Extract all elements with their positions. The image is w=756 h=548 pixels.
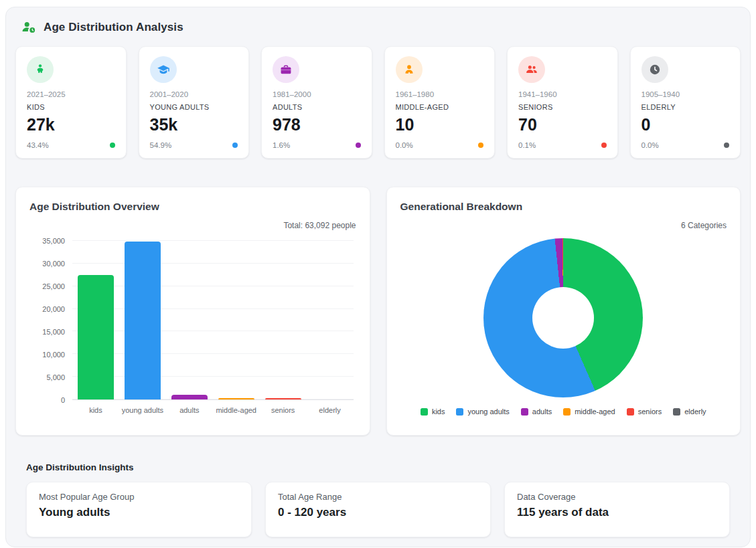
x-tick-label: seniors [260,406,307,414]
stat-percent: 43.4% [27,141,49,149]
y-tick-label: 30,000 [42,260,65,268]
insight-value: 0 - 120 years [278,506,478,519]
stat-percent: 1.6% [273,141,290,149]
bar-chart-card: Age Distribution Overview Total: 63,092 … [15,187,370,436]
stat-footer: 1.6% [273,141,361,149]
stat-value: 10 [396,116,484,133]
stat-color-dot [601,143,607,148]
person-icon [396,56,423,83]
stat-footer: 0.1% [518,141,607,149]
stat-percent: 0.0% [396,141,413,149]
insight-label: Data Coverage [517,492,717,502]
bar-chart-total: Total: 63,092 people [29,221,356,230]
bar-chart-title: Age Distribution Overview [29,201,356,213]
bars [72,241,354,399]
stat-range: 1981–2000 [273,90,361,98]
donut-categories-count: 6 Categories [400,221,727,230]
insight-value: Young adults [39,506,239,519]
insights-section: Age Distribution Insights Most Popular A… [15,462,741,537]
insight-card-most-popular-age-group: Most Popular Age GroupYoung adults [26,482,252,537]
insight-value: 115 years of data [517,506,717,519]
stat-card-adults: 1981–2000ADULTS9781.6% [261,46,372,159]
age-analysis-panel: Age Distribution Analysis 2021–2025KIDS2… [5,7,751,547]
x-axis-spacer [29,406,72,414]
bar-middle-aged[interactable] [218,398,254,399]
stat-card-middle-aged: 1961–1980MIDDLE-AGED100.0% [384,46,496,159]
bar-slot [119,241,166,399]
page-title: Age Distribution Analysis [44,21,183,34]
stat-footer: 0.0% [396,141,484,149]
legend-label: kids [432,407,445,416]
x-tick-label: elderly [307,406,354,414]
legend-label: middle-aged [575,407,615,416]
bar-kids[interactable] [78,275,114,399]
stat-value: 978 [273,116,361,133]
stat-percent: 0.1% [518,141,536,149]
bar-slot [213,241,260,399]
legend-item-young-adults[interactable]: young adults [456,407,509,416]
y-tick-label: 35,000 [42,237,65,245]
stat-card-elderly: 1905–1940ELDERLY00.0% [630,46,741,159]
legend-label: seniors [638,407,662,416]
donut-legend: kidsyoung adultsadultsmiddle-agedseniors… [400,407,727,416]
bar-slot [307,241,354,399]
insight-card-data-coverage: Data Coverage115 years of data [504,482,730,537]
stat-label: YOUNG ADULTS [150,103,238,111]
y-tick-label: 10,000 [42,351,65,359]
stat-color-dot [356,143,361,148]
stat-value: 0 [641,116,730,133]
charts-row: Age Distribution Overview Total: 63,092 … [15,187,741,436]
stat-value: 70 [518,116,607,133]
graduation-cap-icon [150,56,177,83]
bar-chart-area: 05,00010,00015,00020,00025,00030,00035,0… [29,241,356,400]
x-axis-labels: kidsyoung adultsadultsmiddle-agedseniors… [72,406,354,414]
legend-item-seniors[interactable]: seniors [627,407,662,416]
legend-item-kids[interactable]: kids [421,407,445,416]
x-tick-label: middle-aged [213,406,260,414]
stat-percent: 54.9% [150,141,172,149]
x-tick-label: young adults [119,406,166,414]
legend-swatch [563,408,571,416]
stat-footer: 54.9% [150,141,238,149]
stat-value: 35k [150,116,238,133]
stat-color-dot [478,143,483,148]
bar-plot [72,241,354,400]
stat-percent: 0.0% [641,141,659,149]
insight-label: Total Age Range [278,492,478,502]
donut-area [400,238,727,397]
donut-chart[interactable] [483,238,643,397]
stat-range: 2021–2025 [27,90,115,98]
bar-seniors[interactable] [265,398,301,399]
stat-label: MIDDLE-AGED [396,103,484,111]
y-axis-ticks: 05,00010,00015,00020,00025,00030,00035,0… [29,241,72,400]
insights-grid: Most Popular Age GroupYoung adultsTotal … [26,482,730,537]
briefcase-icon [273,56,299,83]
stat-cards-grid: 2021–2025KIDS27k43.4%2001–2020YOUNG ADUL… [15,46,741,159]
bar-young-adults[interactable] [125,242,161,399]
stat-color-dot [110,143,115,148]
legend-item-middle-aged[interactable]: middle-aged [563,407,615,416]
legend-item-elderly[interactable]: elderly [673,407,706,416]
stat-label: ELDERLY [641,103,730,111]
donut-chart-title: Generational Breakdown [400,201,727,213]
stat-footer: 0.0% [641,141,730,149]
legend-label: elderly [684,407,706,416]
legend-item-adults[interactable]: adults [521,407,552,416]
stat-label: SENIORS [518,103,607,111]
bar-adults[interactable] [171,395,208,399]
stat-range: 1961–1980 [396,90,484,98]
stat-card-young-adults: 2001–2020YOUNG ADULTS35k54.9% [139,46,250,159]
x-axis: kidsyoung adultsadultsmiddle-agedseniors… [29,406,356,414]
stat-range: 1941–1960 [518,90,607,98]
stat-label: KIDS [27,103,115,111]
bar-slot [260,241,307,399]
donut-hole [532,287,594,349]
y-tick-label: 15,000 [42,328,65,336]
y-tick-label: 0 [61,396,65,404]
legend-swatch [521,408,528,416]
y-tick-label: 25,000 [42,282,65,290]
user-clock-icon [21,19,37,35]
legend-swatch [456,408,463,416]
insight-card-total-age-range: Total Age Range0 - 120 years [265,482,491,537]
stat-footer: 43.4% [27,141,115,149]
